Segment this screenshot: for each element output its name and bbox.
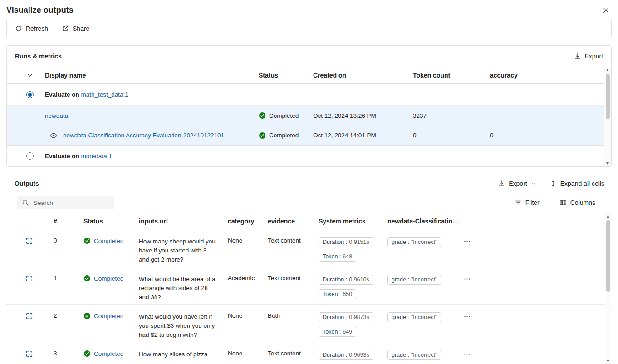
- inputs-url-cell: What would you have left if you spent $3…: [139, 305, 228, 340]
- table-row: 3 Completed How many slices of pizza Non…: [6, 342, 612, 364]
- created-on-value: Oct 12, 2024 14:01 PM: [313, 132, 413, 139]
- scroll-up-icon[interactable]: [604, 67, 611, 73]
- col-category: category: [228, 218, 268, 225]
- radio-selected[interactable]: [26, 91, 34, 98]
- run-group-row[interactable]: Evaluate on moredata:1: [7, 146, 611, 166]
- outputs-export-label: Export: [509, 180, 527, 187]
- status-label[interactable]: Completed: [94, 275, 123, 282]
- run-name-link[interactable]: newdata: [45, 112, 68, 119]
- columns-button[interactable]: Columns: [559, 199, 595, 206]
- duration-metric: Duration :0.9610s: [319, 275, 373, 285]
- grade-metric: grade :"Incorrect": [387, 275, 441, 285]
- scroll-down-icon[interactable]: [604, 160, 611, 166]
- token-count-value: 3237: [413, 112, 490, 119]
- outputs-section: Outputs Export Expand all cells Filter: [6, 175, 612, 364]
- outputs-scroll-track[interactable]: [605, 219, 611, 358]
- share-label: Share: [73, 25, 89, 32]
- refresh-label: Refresh: [26, 25, 48, 32]
- status-label[interactable]: Completed: [94, 313, 123, 320]
- runs-table-header: Display name Status Created on Token cou…: [7, 67, 611, 84]
- grade-metric: grade :"Incorrect": [387, 237, 441, 247]
- col-status: Status: [83, 218, 139, 225]
- more-options-icon: [464, 238, 471, 245]
- inputs-url-cell: How many slices of pizza: [139, 342, 228, 359]
- category-cell: None: [228, 305, 268, 319]
- more-options-icon: [464, 351, 471, 358]
- token-count-value: 0: [413, 132, 490, 139]
- more-options-button[interactable]: [464, 313, 471, 320]
- status-completed-icon: [83, 350, 91, 357]
- dataset-link[interactable]: moredata:1: [81, 153, 112, 160]
- row-index: 3: [54, 342, 83, 357]
- evaluate-on-label: Evaluate on: [45, 91, 79, 98]
- expand-row-button[interactable]: [25, 350, 33, 358]
- col-system-metrics: System metrics: [319, 218, 387, 225]
- accuracy-value: 0: [490, 132, 600, 139]
- radio-unselected[interactable]: [26, 152, 34, 160]
- page-title: Visualize outputs: [6, 5, 74, 15]
- close-icon: [603, 7, 609, 14]
- col-index: #: [54, 218, 83, 225]
- filter-label: Filter: [525, 199, 540, 206]
- row-index: 2: [54, 305, 83, 319]
- table-row: 1 Completed What would be the area of a …: [6, 267, 612, 305]
- col-accuracy: accuracy: [490, 72, 600, 79]
- top-toolbar: Refresh Share: [6, 19, 612, 38]
- table-row: 0 Completed How many sheep would you hav…: [6, 229, 612, 267]
- refresh-icon: [15, 25, 22, 32]
- status-label: Completed: [269, 132, 299, 139]
- inputs-url-cell: How many sheep would you have if you sta…: [139, 229, 228, 264]
- duration-metric: Duration :0.9693s: [319, 350, 373, 360]
- more-options-button[interactable]: [464, 276, 471, 282]
- evidence-cell: Both: [268, 305, 319, 319]
- status-completed-icon: [259, 132, 266, 139]
- more-options-button[interactable]: [464, 238, 471, 245]
- runs-scroll-thumb[interactable]: [606, 74, 610, 119]
- grade-metric: grade :"Incorrect": [387, 350, 441, 360]
- inputs-url-cell: What would be the area of a rectangle wi…: [139, 267, 228, 302]
- more-options-icon: [464, 313, 471, 320]
- more-options-button[interactable]: [464, 351, 471, 358]
- status-completed-icon: [83, 275, 91, 282]
- row-index: 1: [54, 267, 83, 281]
- evidence-cell: Text content: [268, 267, 319, 281]
- outputs-scroll-thumb[interactable]: [606, 220, 610, 292]
- expand-row-button[interactable]: [25, 275, 33, 282]
- duration-metric: Duration :0.9151s: [319, 237, 373, 247]
- runs-export-button[interactable]: Export: [574, 53, 603, 60]
- dataset-link[interactable]: math_test_data:1: [81, 91, 128, 98]
- evaluate-on-label: Evaluate on: [45, 153, 79, 160]
- expand-row-button[interactable]: [25, 237, 33, 245]
- search-icon: [22, 199, 29, 206]
- expand-row-button[interactable]: [25, 312, 33, 320]
- eye-icon[interactable]: [49, 131, 58, 140]
- expand-icon: [25, 312, 33, 320]
- outputs-export-button[interactable]: Export: [498, 180, 535, 187]
- share-button[interactable]: Share: [62, 25, 89, 32]
- status-label[interactable]: Completed: [94, 350, 123, 357]
- runs-scrollbar[interactable]: [604, 67, 611, 166]
- run-row[interactable]: newdata Completed Oct 12, 2024 13:26 PM …: [7, 106, 611, 126]
- search-box[interactable]: [17, 196, 114, 209]
- runs-metrics-title: Runs & metrics: [15, 53, 62, 60]
- evidence-cell: Text content: [268, 229, 319, 244]
- run-name-link[interactable]: newdata-Classification Accuracy Evaluati…: [63, 132, 224, 139]
- outputs-scrollbar[interactable]: [605, 213, 611, 364]
- close-button[interactable]: [601, 5, 611, 15]
- token-metric: Token :650: [319, 289, 356, 299]
- status-completed-icon: [259, 112, 266, 119]
- status-label[interactable]: Completed: [94, 238, 123, 244]
- scroll-down-icon[interactable]: [605, 358, 611, 364]
- search-input[interactable]: [33, 199, 110, 207]
- collapse-all-button[interactable]: [26, 72, 34, 79]
- col-status: Status: [259, 72, 313, 79]
- runs-scroll-track[interactable]: [604, 73, 611, 160]
- col-token-count: Token count: [413, 72, 490, 79]
- run-row[interactable]: newdata-Classification Accuracy Evaluati…: [7, 126, 611, 146]
- filter-button[interactable]: Filter: [515, 199, 540, 206]
- category-cell: Academic: [228, 267, 268, 281]
- run-group-row[interactable]: Evaluate on math_test_data:1: [7, 84, 611, 106]
- refresh-button[interactable]: Refresh: [15, 25, 48, 32]
- expand-all-cells-button[interactable]: Expand all cells: [549, 180, 604, 187]
- scroll-up-icon[interactable]: [605, 213, 611, 219]
